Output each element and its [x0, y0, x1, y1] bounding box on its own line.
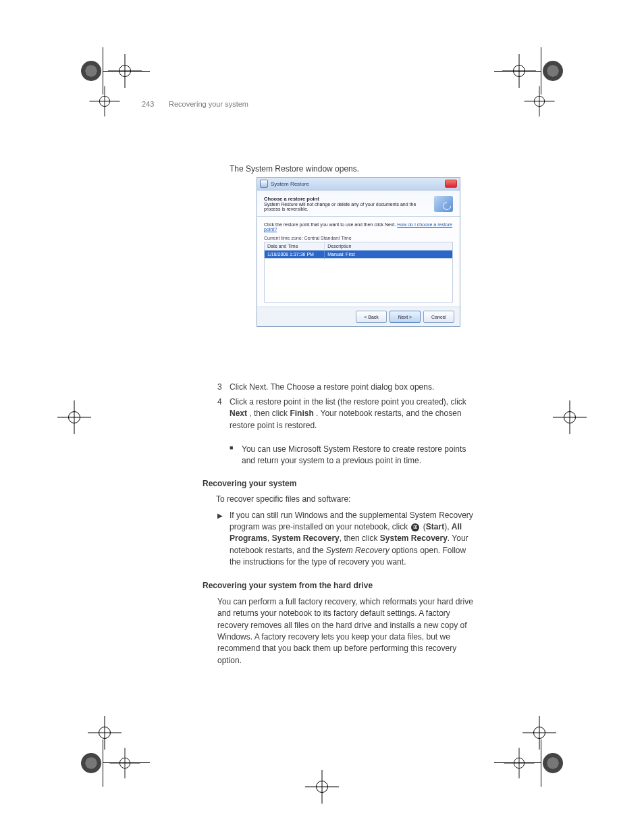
procedure-text: If you can still run Windows and the sup…	[230, 510, 479, 569]
body-text-column: The System Restore window opens. 3 Click…	[142, 159, 479, 671]
section-heading: Recovering your system from the hard dri…	[203, 580, 479, 592]
step-text: Click a restore point in the list (the r…	[230, 396, 479, 432]
arrow-icon: ▶	[217, 510, 230, 521]
chapter-title: Recovering your system	[169, 100, 248, 108]
procedure-step: ▶ If you can still run Windows and the s…	[217, 510, 479, 569]
section-heading: Recovering your system	[203, 478, 479, 490]
page-number: 243	[142, 100, 154, 108]
ui-label-next: Next	[230, 409, 247, 418]
windows-start-icon: ⊞	[411, 523, 419, 531]
bullet-icon: ■	[230, 444, 242, 467]
manual-page: 243 Recovering your system System Restor…	[0, 0, 644, 834]
step-fragment: , then click	[249, 409, 290, 418]
step-text: Click Next. The Choose a restore point d…	[230, 382, 479, 393]
step-number: 4	[217, 396, 230, 432]
body-paragraph: You can perform a full factory recovery,…	[217, 596, 479, 667]
procedure-lead: To recover specific files and software:	[216, 494, 479, 505]
lead-paragraph: The System Restore window opens.	[230, 163, 479, 175]
step-4: 4 Click a restore point in the list (the…	[217, 396, 479, 432]
ui-label-finish: Finish	[290, 409, 313, 418]
step-3: 3 Click Next. The Choose a restore point…	[217, 382, 479, 393]
step-number: 3	[217, 382, 230, 393]
bullet-item: ■ You can use Microsoft System Restore t…	[230, 444, 479, 467]
step-fragment: Click a restore point in the list (the r…	[230, 397, 466, 407]
bullet-text: You can use Microsoft System Restore to …	[242, 444, 479, 467]
